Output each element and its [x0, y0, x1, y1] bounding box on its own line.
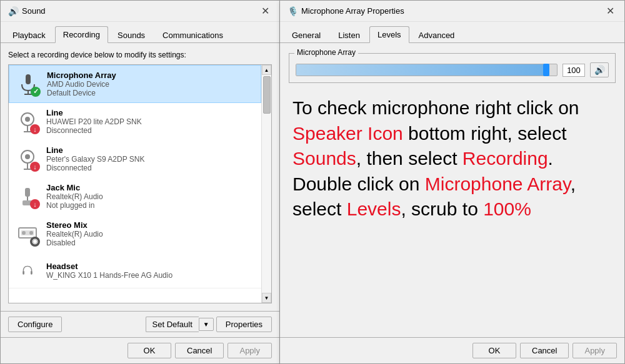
slider-row: 100 🔊 [296, 62, 609, 77]
svg-rect-18 [22, 271, 24, 275]
tab-sounds[interactable]: Sounds [109, 26, 153, 43]
headset-sub: W_KING X10 1 Hands-Free AG Audio [46, 271, 255, 280]
jack-mic-status: Not plugged in [46, 201, 255, 210]
instruction-text-1: To check microphone right click on [292, 97, 579, 118]
instruction-highlight-mic-array: Microphone Array [425, 174, 571, 194]
device-list-container: ✓ Microphone Array AMD Audio Device Defa… [8, 64, 272, 303]
svg-point-16 [22, 231, 26, 235]
instruction-highlight-recording: Recording [462, 148, 548, 169]
instruction-text: To check microphone right click on Speak… [292, 96, 612, 222]
headset-name: Headset [46, 262, 255, 271]
scroll-down-arrow[interactable]: ▼ [262, 293, 271, 303]
device-list[interactable]: ✓ Microphone Array AMD Audio Device Defa… [9, 65, 261, 303]
line-huawei-sub: HUAWEI P20 lite A2DP SNK [46, 117, 255, 126]
configure-button[interactable]: Configure [8, 317, 62, 332]
line-huawei-icon: ↓ [15, 109, 40, 134]
props-cancel-button[interactable]: Cancel [520, 343, 569, 358]
stereo-mix-badge: ◉ [30, 237, 40, 247]
sound-dialog-content: Select a recording device below to modif… [1, 43, 279, 311]
headset-icon [15, 258, 40, 283]
props-ok-button[interactable]: OK [472, 343, 516, 358]
props-title-left: 🎙️ Microphone Array Properties [288, 6, 404, 16]
sound-apply-button[interactable]: Apply [228, 343, 272, 358]
instruction-overlay: To check microphone right click on Speak… [280, 83, 624, 337]
sound-dialog-titlebar: 🔊 Sound ✕ [1, 1, 279, 22]
stereo-mix-name: Stereo Mix [46, 220, 255, 230]
sound-close-button[interactable]: ✕ [258, 4, 272, 18]
props-dialog: 🎙️ Microphone Array Properties ✕ General… [280, 0, 625, 364]
props-apply-button[interactable]: Apply [572, 343, 617, 358]
props-action-bar: OK Cancel Apply [280, 337, 624, 363]
levels-group: Microphone Array 100 🔊 [289, 53, 616, 83]
line-samsung-sub: Peter's Galaxy S9 A2DP SNK [46, 155, 255, 164]
svg-point-6 [25, 117, 30, 122]
sound-ok-button[interactable]: OK [128, 343, 171, 358]
slider-thumb[interactable] [543, 64, 549, 76]
microphone-array-name: Microphone Array [47, 71, 254, 80]
tab-levels[interactable]: Levels [369, 26, 409, 43]
device-item-line-huawei[interactable]: ↓ Line HUAWEI P20 lite A2DP SNK Disconne… [9, 103, 261, 140]
instruction-text-6: , scrub to [401, 199, 483, 219]
line-samsung-badge: ↓ [30, 162, 40, 172]
stereo-mix-status: Disabled [46, 239, 255, 247]
device-item-microphone-array[interactable]: ✓ Microphone Array AMD Audio Device Defa… [9, 65, 261, 103]
tab-communications[interactable]: Communications [154, 26, 231, 43]
instruction-highlight-speaker: Speaker Icon [292, 123, 403, 144]
microphone-array-icon: ✓ [16, 72, 41, 97]
device-item-line-samsung[interactable]: ↓ Line Peter's Galaxy S9 A2DP SNK Discon… [9, 140, 261, 178]
tab-general[interactable]: General [284, 26, 329, 43]
scroll-spacer [262, 115, 271, 293]
speaker-icon: 🔊 [594, 65, 605, 75]
jack-mic-name: Jack Mic [46, 183, 255, 192]
volume-slider-track[interactable] [296, 64, 558, 76]
scroll-up-arrow[interactable]: ▲ [262, 65, 271, 75]
props-title-text: Microphone Array Properties [301, 6, 404, 16]
mute-button[interactable]: 🔊 [590, 62, 609, 77]
device-item-stereo-mix[interactable]: ◉ Stereo Mix Realtek(R) Audio Disabled [9, 215, 261, 253]
instruction-highlight-levels: Levels [347, 199, 401, 219]
stereo-mix-icon: ◉ [15, 222, 40, 247]
recording-instruction: Select a recording device below to modif… [8, 51, 272, 59]
line-samsung-icon: ↓ [15, 147, 40, 172]
line-huawei-status: Disconnected [46, 126, 255, 135]
svg-rect-11 [25, 188, 30, 197]
device-list-scrollbar[interactable]: ▲ ▼ [261, 65, 271, 303]
svg-point-17 [29, 231, 33, 235]
sound-dialog: 🔊 Sound ✕ Playback Recording Sounds Comm… [0, 0, 280, 364]
device-item-jack-mic[interactable]: ↓ Jack Mic Realtek(R) Audio Not plugged … [9, 178, 261, 215]
line-huawei-info: Line HUAWEI P20 lite A2DP SNK Disconnect… [46, 108, 255, 135]
sound-cancel-button[interactable]: Cancel [175, 343, 224, 358]
tab-listen[interactable]: Listen [330, 26, 368, 43]
slider-value: 100 [562, 64, 585, 77]
tab-playback[interactable]: Playback [4, 26, 54, 43]
line-samsung-info: Line Peter's Galaxy S9 A2DP SNK Disconne… [46, 145, 255, 172]
jack-mic-info: Jack Mic Realtek(R) Audio Not plugged in [46, 183, 255, 210]
instruction-highlight-sounds: Sounds [292, 148, 356, 169]
set-default-group: Set Default ▼ [146, 317, 214, 332]
line-samsung-status: Disconnected [46, 164, 255, 172]
set-default-dropdown[interactable]: ▼ [199, 318, 214, 331]
svg-point-10 [25, 154, 30, 159]
scroll-thumb[interactable] [263, 76, 271, 114]
jack-mic-badge: ↓ [30, 199, 40, 209]
device-item-headset[interactable]: Headset W_KING X10 1 Hands-Free AG Audio [9, 253, 261, 288]
properties-button[interactable]: Properties [216, 317, 272, 332]
microphone-array-sub: AMD Audio Device [47, 80, 254, 89]
microphone-array-status: Default Device [47, 89, 254, 97]
sound-tab-bar: Playback Recording Sounds Communications [1, 22, 279, 43]
svg-rect-0 [26, 74, 31, 84]
set-default-button[interactable]: Set Default [146, 317, 199, 332]
slider-fill [296, 64, 546, 76]
line-samsung-name: Line [46, 145, 255, 155]
headset-info: Headset W_KING X10 1 Hands-Free AG Audio [46, 262, 255, 280]
green-check-badge: ✓ [31, 87, 41, 97]
props-close-button[interactable]: ✕ [603, 4, 617, 18]
sound-action-bar: OK Cancel Apply [1, 337, 279, 363]
microphone-array-info: Microphone Array AMD Audio Device Defaul… [47, 71, 254, 97]
svg-rect-19 [31, 271, 32, 275]
props-titlebar: 🎙️ Microphone Array Properties ✕ [280, 1, 624, 22]
tab-recording[interactable]: Recording [55, 26, 108, 43]
props-top-section: Microphone Array 100 🔊 [280, 43, 624, 83]
instruction-text-2: bottom right, select [403, 123, 567, 144]
tab-advanced[interactable]: Advanced [411, 26, 463, 43]
